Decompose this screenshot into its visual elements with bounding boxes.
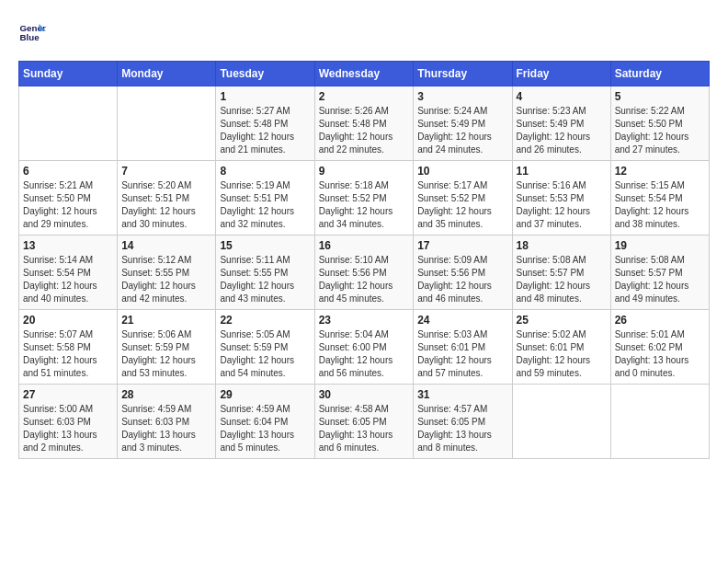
weekday-header: Wednesday [314, 62, 414, 86]
calendar-cell: 21Sunrise: 5:06 AM Sunset: 5:59 PM Dayli… [118, 310, 216, 385]
day-number: 31 [417, 388, 507, 401]
logo-icon: General Blue [18, 18, 46, 46]
calendar-cell: 4Sunrise: 5:23 AM Sunset: 5:49 PM Daylig… [512, 86, 610, 161]
calendar-week-row: 13Sunrise: 5:14 AM Sunset: 5:54 PM Dayli… [19, 236, 710, 310]
calendar-cell: 27Sunrise: 5:00 AM Sunset: 6:03 PM Dayli… [19, 385, 118, 459]
day-info: Sunrise: 5:06 AM Sunset: 5:59 PM Dayligh… [121, 328, 211, 380]
day-info: Sunrise: 5:24 AM Sunset: 5:49 PM Dayligh… [417, 105, 507, 156]
day-number: 26 [615, 314, 705, 327]
day-number: 4 [517, 90, 607, 103]
day-info: Sunrise: 5:02 AM Sunset: 6:01 PM Dayligh… [517, 328, 607, 380]
svg-text:Blue: Blue [20, 32, 40, 42]
weekday-header: Friday [512, 62, 610, 86]
day-info: Sunrise: 4:59 AM Sunset: 6:04 PM Dayligh… [220, 403, 310, 454]
day-info: Sunrise: 5:00 AM Sunset: 6:03 PM Dayligh… [23, 403, 113, 454]
calendar-cell [610, 385, 709, 459]
calendar-cell: 25Sunrise: 5:02 AM Sunset: 6:01 PM Dayli… [512, 310, 610, 385]
calendar-cell: 11Sunrise: 5:16 AM Sunset: 5:53 PM Dayli… [512, 161, 610, 236]
calendar-cell: 13Sunrise: 5:14 AM Sunset: 5:54 PM Dayli… [19, 236, 118, 310]
day-number: 1 [220, 90, 310, 103]
calendar-cell: 8Sunrise: 5:19 AM Sunset: 5:51 PM Daylig… [216, 161, 314, 236]
day-number: 12 [615, 165, 705, 178]
day-number: 20 [23, 314, 113, 327]
header: General Blue [18, 18, 710, 46]
day-number: 22 [220, 314, 310, 327]
day-number: 19 [615, 239, 705, 252]
calendar-cell: 19Sunrise: 5:08 AM Sunset: 5:57 PM Dayli… [610, 236, 709, 310]
day-info: Sunrise: 5:08 AM Sunset: 5:57 PM Dayligh… [615, 254, 705, 305]
day-info: Sunrise: 5:14 AM Sunset: 5:54 PM Dayligh… [23, 254, 113, 305]
day-number: 9 [319, 165, 410, 178]
day-number: 10 [417, 165, 507, 178]
calendar-cell [118, 86, 216, 161]
calendar-cell: 12Sunrise: 5:15 AM Sunset: 5:54 PM Dayli… [610, 161, 709, 236]
day-info: Sunrise: 5:15 AM Sunset: 5:54 PM Dayligh… [615, 179, 705, 231]
calendar-cell: 20Sunrise: 5:07 AM Sunset: 5:58 PM Dayli… [19, 310, 118, 385]
calendar-cell: 2Sunrise: 5:26 AM Sunset: 5:48 PM Daylig… [314, 86, 414, 161]
calendar-cell: 17Sunrise: 5:09 AM Sunset: 5:56 PM Dayli… [414, 236, 512, 310]
day-number: 28 [121, 388, 211, 401]
calendar-body: 1Sunrise: 5:27 AM Sunset: 5:48 PM Daylig… [19, 86, 710, 459]
calendar-cell: 26Sunrise: 5:01 AM Sunset: 6:02 PM Dayli… [610, 310, 709, 385]
calendar-cell: 7Sunrise: 5:20 AM Sunset: 5:51 PM Daylig… [118, 161, 216, 236]
day-info: Sunrise: 5:12 AM Sunset: 5:55 PM Dayligh… [121, 254, 211, 305]
day-info: Sunrise: 5:26 AM Sunset: 5:48 PM Dayligh… [319, 105, 410, 156]
calendar-cell: 29Sunrise: 4:59 AM Sunset: 6:04 PM Dayli… [216, 385, 314, 459]
calendar-cell: 15Sunrise: 5:11 AM Sunset: 5:55 PM Dayli… [216, 236, 314, 310]
weekday-header: Saturday [610, 62, 709, 86]
day-info: Sunrise: 5:05 AM Sunset: 5:59 PM Dayligh… [220, 328, 310, 380]
day-info: Sunrise: 5:21 AM Sunset: 5:50 PM Dayligh… [23, 179, 113, 231]
day-number: 15 [220, 239, 310, 252]
calendar-week-row: 6Sunrise: 5:21 AM Sunset: 5:50 PM Daylig… [19, 161, 710, 236]
day-number: 13 [23, 239, 113, 252]
day-number: 6 [23, 165, 113, 178]
day-info: Sunrise: 5:07 AM Sunset: 5:58 PM Dayligh… [23, 328, 113, 380]
day-info: Sunrise: 5:17 AM Sunset: 5:52 PM Dayligh… [417, 179, 507, 231]
day-number: 30 [319, 388, 410, 401]
day-number: 23 [319, 314, 410, 327]
day-info: Sunrise: 5:08 AM Sunset: 5:57 PM Dayligh… [517, 254, 607, 305]
calendar-cell: 23Sunrise: 5:04 AM Sunset: 6:00 PM Dayli… [314, 310, 414, 385]
day-info: Sunrise: 5:16 AM Sunset: 5:53 PM Dayligh… [517, 179, 607, 231]
day-info: Sunrise: 5:11 AM Sunset: 5:55 PM Dayligh… [220, 254, 310, 305]
weekday-header: Sunday [19, 62, 118, 86]
day-number: 2 [319, 90, 410, 103]
calendar-table: SundayMondayTuesdayWednesdayThursdayFrid… [18, 61, 710, 459]
day-info: Sunrise: 5:20 AM Sunset: 5:51 PM Dayligh… [121, 179, 211, 231]
day-info: Sunrise: 5:03 AM Sunset: 6:01 PM Dayligh… [417, 328, 507, 380]
day-number: 14 [121, 239, 211, 252]
calendar-week-row: 27Sunrise: 5:00 AM Sunset: 6:03 PM Dayli… [19, 385, 710, 459]
day-info: Sunrise: 5:27 AM Sunset: 5:48 PM Dayligh… [220, 105, 310, 156]
calendar-week-row: 1Sunrise: 5:27 AM Sunset: 5:48 PM Daylig… [19, 86, 710, 161]
day-info: Sunrise: 5:04 AM Sunset: 6:00 PM Dayligh… [319, 328, 410, 380]
calendar-cell: 24Sunrise: 5:03 AM Sunset: 6:01 PM Dayli… [414, 310, 512, 385]
calendar-cell: 6Sunrise: 5:21 AM Sunset: 5:50 PM Daylig… [19, 161, 118, 236]
calendar-cell: 28Sunrise: 4:59 AM Sunset: 6:03 PM Dayli… [118, 385, 216, 459]
day-number: 25 [517, 314, 607, 327]
day-number: 5 [615, 90, 705, 103]
calendar-cell: 3Sunrise: 5:24 AM Sunset: 5:49 PM Daylig… [414, 86, 512, 161]
day-number: 17 [417, 239, 507, 252]
day-info: Sunrise: 4:58 AM Sunset: 6:05 PM Dayligh… [319, 403, 410, 454]
calendar-cell: 22Sunrise: 5:05 AM Sunset: 5:59 PM Dayli… [216, 310, 314, 385]
weekday-header: Thursday [414, 62, 512, 86]
day-number: 29 [220, 388, 310, 401]
day-info: Sunrise: 5:01 AM Sunset: 6:02 PM Dayligh… [615, 328, 705, 380]
calendar-header: SundayMondayTuesdayWednesdayThursdayFrid… [19, 62, 710, 86]
day-info: Sunrise: 5:19 AM Sunset: 5:51 PM Dayligh… [220, 179, 310, 231]
day-info: Sunrise: 5:23 AM Sunset: 5:49 PM Dayligh… [517, 105, 607, 156]
day-info: Sunrise: 4:59 AM Sunset: 6:03 PM Dayligh… [121, 403, 211, 454]
calendar-cell: 14Sunrise: 5:12 AM Sunset: 5:55 PM Dayli… [118, 236, 216, 310]
calendar-cell: 1Sunrise: 5:27 AM Sunset: 5:48 PM Daylig… [216, 86, 314, 161]
calendar-cell: 9Sunrise: 5:18 AM Sunset: 5:52 PM Daylig… [314, 161, 414, 236]
logo: General Blue [18, 18, 50, 46]
day-number: 7 [121, 165, 211, 178]
day-info: Sunrise: 5:09 AM Sunset: 5:56 PM Dayligh… [417, 254, 507, 305]
day-number: 16 [319, 239, 410, 252]
day-number: 18 [517, 239, 607, 252]
day-number: 24 [417, 314, 507, 327]
calendar-week-row: 20Sunrise: 5:07 AM Sunset: 5:58 PM Dayli… [19, 310, 710, 385]
calendar-cell: 30Sunrise: 4:58 AM Sunset: 6:05 PM Dayli… [314, 385, 414, 459]
day-number: 8 [220, 165, 310, 178]
day-info: Sunrise: 4:57 AM Sunset: 6:05 PM Dayligh… [417, 403, 507, 454]
